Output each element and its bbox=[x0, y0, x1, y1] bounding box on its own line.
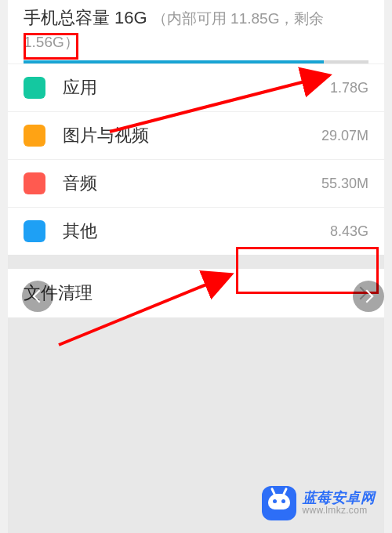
watermark-title: 蓝莓安卓网 bbox=[303, 490, 376, 506]
audio-label: 音频 bbox=[63, 172, 321, 195]
cleanup-panel: 文件清理 bbox=[8, 269, 384, 317]
other-size: 8.43G bbox=[330, 223, 368, 240]
audio-size: 55.30M bbox=[321, 176, 368, 192]
storage-screen: 手机总容量 16G （内部可用 11.85G，剩余1.56G） 应用 1.78G… bbox=[8, 0, 384, 533]
category-row-apps[interactable]: 应用 1.78G bbox=[8, 63, 384, 111]
apps-label: 应用 bbox=[63, 76, 330, 100]
android-logo-icon bbox=[262, 486, 296, 520]
storage-panel: 手机总容量 16G （内部可用 11.85G，剩余1.56G） 应用 1.78G… bbox=[8, 0, 384, 255]
storage-title: 手机总容量 16G （内部可用 11.85G，剩余1.56G） bbox=[24, 6, 368, 53]
other-color-icon bbox=[24, 220, 45, 242]
storage-header: 手机总容量 16G （内部可用 11.85G，剩余1.56G） bbox=[8, 0, 384, 63]
audio-color-icon bbox=[24, 172, 45, 194]
watermark-text: 蓝莓安卓网 www.lmkz.com bbox=[303, 490, 376, 517]
gallery-prev-button[interactable] bbox=[22, 281, 53, 312]
storage-progress-bar bbox=[24, 60, 368, 63]
chevron-right-icon bbox=[361, 290, 374, 303]
apps-color-icon bbox=[24, 77, 45, 99]
file-cleanup-row[interactable]: 文件清理 bbox=[8, 269, 384, 317]
category-row-media[interactable]: 图片与视频 29.07M bbox=[8, 111, 384, 159]
apps-size: 1.78G bbox=[330, 80, 368, 96]
total-capacity-label: 手机总容量 16G bbox=[24, 8, 147, 27]
file-cleanup-label: 文件清理 bbox=[24, 281, 356, 305]
chevron-left-icon bbox=[33, 290, 46, 303]
media-label: 图片与视频 bbox=[63, 124, 321, 147]
watermark-url: www.lmkz.com bbox=[303, 506, 376, 517]
gallery-next-button[interactable] bbox=[353, 281, 384, 312]
watermark: 蓝莓安卓网 www.lmkz.com bbox=[262, 486, 376, 520]
category-row-other[interactable]: 其他 8.43G bbox=[8, 207, 384, 255]
category-row-audio[interactable]: 音频 55.30M bbox=[8, 159, 384, 207]
media-size: 29.07M bbox=[321, 128, 368, 144]
media-color-icon bbox=[24, 125, 45, 147]
storage-progress-fill bbox=[24, 60, 324, 63]
other-label: 其他 bbox=[63, 219, 330, 243]
